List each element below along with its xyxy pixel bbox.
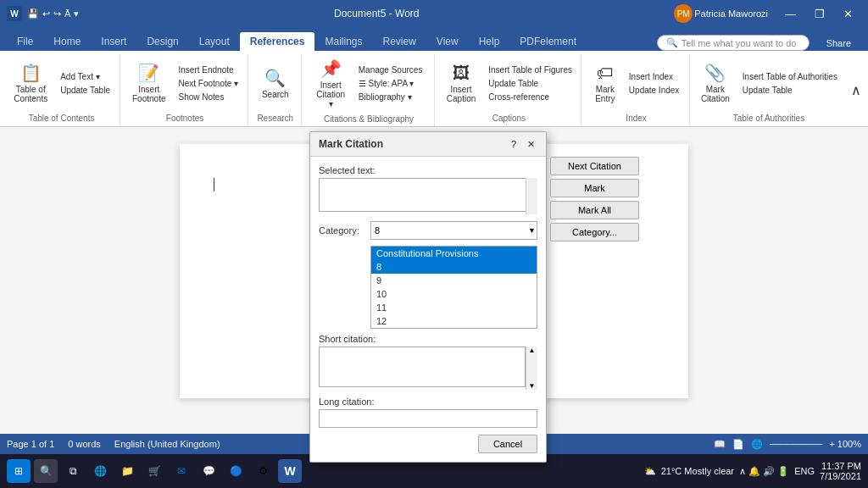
taskbar-left: ⊞ 🔍 ⧉ 🌐 📁 🛒 ✉ 💬 🔵 ⚙ W <box>7 459 302 483</box>
search-icon-ribbon: 🔍 <box>264 68 286 88</box>
dropdown-item-12[interactable]: 12 <box>371 314 537 328</box>
ribbon-close[interactable]: ∧ <box>848 54 865 126</box>
toc-button[interactable]: 📋 Table of Contents <box>8 58 53 108</box>
mail-btn[interactable]: ✉ <box>170 459 193 483</box>
index-items: 🏷 Mark Entry Insert Index Update Index <box>588 54 685 112</box>
tab-mailings[interactable]: Mailings <box>314 32 372 51</box>
mark-citation-dialog: Mark Citation ? ✕ Selected text: Categor… <box>309 131 547 463</box>
short-citation-row: Short citation: ▲ ▼ <box>319 334 537 390</box>
view-icon-web[interactable]: 🌐 <box>751 439 763 450</box>
dropdown-item-9[interactable]: 9 <box>371 274 537 287</box>
short-citation-input[interactable] <box>319 347 526 387</box>
tab-view[interactable]: View <box>426 32 469 51</box>
mark-citation-icon: 📎 <box>704 63 726 83</box>
restore-btn[interactable]: ❐ <box>806 4 833 24</box>
update-table-btn-toc[interactable]: Update Table <box>55 84 115 97</box>
short-citation-label: Short citation: <box>319 334 537 344</box>
dropdown-item-10[interactable]: 10 <box>371 287 537 301</box>
toc-icon: 📋 <box>20 63 42 83</box>
add-text-btn[interactable]: Add Text ▾ <box>55 70 115 83</box>
chrome-btn[interactable]: 🔵 <box>224 459 248 483</box>
authorities-group-name: Table of Authorities <box>733 112 805 123</box>
dropdown-item-8[interactable]: 8 <box>371 260 537 274</box>
next-footnote-btn[interactable]: Next Footnote ▾ <box>173 77 243 90</box>
short-cit-scroll-down[interactable]: ▼ <box>526 382 537 390</box>
dialog-help-btn[interactable]: ? <box>507 137 520 151</box>
ribbon-group-citations: 📌 Insert Citation ▾ Manage Sources ☰ Sty… <box>303 54 436 126</box>
tab-review[interactable]: Review <box>373 32 426 51</box>
search-btn[interactable]: 🔍 Search <box>256 64 295 103</box>
long-citation-input[interactable] <box>319 409 537 428</box>
mark-button[interactable]: Mark <box>550 179 639 197</box>
update-index-btn[interactable]: Update Index <box>624 84 685 97</box>
insert-citation-btn[interactable]: 📌 Insert Citation ▾ <box>310 54 352 113</box>
cross-reference-btn[interactable]: Cross-reference <box>483 91 577 103</box>
insert-footnote-btn[interactable]: 📝 Insert Footnote <box>126 58 171 108</box>
selected-text-input[interactable] <box>319 178 537 212</box>
research-group-name: Research <box>257 112 293 123</box>
toc-col: Add Text ▾ Update Table <box>55 70 115 97</box>
tab-pdfelement[interactable]: PDFelement <box>509 32 587 51</box>
update-table-captions-btn[interactable]: Update Table <box>483 77 577 90</box>
view-icon-read[interactable]: 📖 <box>714 439 726 450</box>
category-button[interactable]: Category... <box>550 223 639 241</box>
start-button[interactable]: ⊞ <box>7 459 31 483</box>
tab-file[interactable]: File <box>7 32 43 51</box>
dropdown-item-11[interactable]: 11 <box>371 301 537 314</box>
show-notes-btn[interactable]: Show Notes <box>173 91 243 103</box>
tell-me-bar[interactable]: 🔍 Tell me what you want to do <box>657 35 810 51</box>
settings-btn[interactable]: ⚙ <box>251 459 275 483</box>
insert-index-btn[interactable]: Insert Index <box>624 70 685 83</box>
mark-entry-btn[interactable]: 🏷 Mark Entry <box>588 59 622 108</box>
short-cit-scroll-up[interactable]: ▲ <box>526 347 537 354</box>
tab-insert[interactable]: Insert <box>91 32 136 51</box>
category-input[interactable] <box>370 221 537 240</box>
insert-table-figures-btn[interactable]: Insert Table of Figures <box>483 64 577 76</box>
bibliography-btn[interactable]: Bibliography ▾ <box>353 91 428 103</box>
tab-home[interactable]: Home <box>43 32 91 51</box>
autocorrect-btn[interactable]: Ā <box>64 8 70 19</box>
search-taskbar[interactable]: 🔍 <box>34 459 58 483</box>
edge-btn[interactable]: 🌐 <box>88 459 112 483</box>
tab-help[interactable]: Help <box>469 32 510 51</box>
insert-table-authorities-btn[interactable]: Insert Table of Authorities <box>737 70 843 83</box>
style-btn[interactable]: ☰ Style: APA ▾ <box>353 77 428 90</box>
share-button[interactable]: Share <box>816 36 861 51</box>
ribbon-group-authorities: 📎 Mark Citation Insert Table of Authorit… <box>692 54 846 126</box>
save-btn[interactable]: 💾 <box>27 8 39 19</box>
tab-layout[interactable]: Layout <box>189 32 240 51</box>
undo-btn[interactable]: ↩ <box>42 8 50 19</box>
customize-btn[interactable]: ▾ <box>74 8 79 19</box>
insert-endnote-btn[interactable]: Insert Endnote <box>173 64 243 76</box>
next-citation-button[interactable]: Next Citation <box>550 157 639 175</box>
view-icon-print[interactable]: 📄 <box>732 439 744 450</box>
mark-citation-btn[interactable]: 📎 Mark Citation <box>695 58 736 108</box>
word-taskbar-btn[interactable]: W <box>278 459 302 483</box>
captions-group-name: Captions <box>492 112 526 123</box>
status-left: Page 1 of 1 0 words English (United King… <box>7 439 220 449</box>
cancel-button[interactable]: Cancel <box>478 435 537 453</box>
dropdown-item-const-provisions[interactable]: Constitutional Provisions <box>371 247 537 260</box>
selected-text-label: Selected text: <box>319 165 537 175</box>
ribbon-group-research: 🔍 Search Research <box>250 54 302 126</box>
insert-caption-btn[interactable]: 🖼 Insert Caption <box>441 59 481 108</box>
dialog-close-btn[interactable]: ✕ <box>524 137 537 151</box>
manage-sources-btn[interactable]: Manage Sources <box>353 64 428 76</box>
store-btn[interactable]: 🛒 <box>142 459 166 483</box>
citations-group-name: Citations & Bibliography <box>324 113 414 124</box>
minimize-btn[interactable]: — <box>776 4 804 24</box>
file-explorer-btn[interactable]: 📁 <box>115 459 139 483</box>
tab-references[interactable]: References <box>240 32 315 51</box>
footnote-icon: 📝 <box>138 63 159 83</box>
close-btn[interactable]: ✕ <box>835 4 861 24</box>
redo-btn[interactable]: ↪ <box>53 8 61 19</box>
update-table-authorities-btn[interactable]: Update Table <box>737 84 843 97</box>
task-view-btn[interactable]: ⧉ <box>61 459 85 483</box>
tab-design[interactable]: Design <box>136 32 188 51</box>
zoom-slider[interactable]: ──────── <box>770 439 822 449</box>
category-dropdown-arrow[interactable]: ▼ <box>528 226 536 235</box>
mark-all-button[interactable]: Mark All <box>550 201 639 219</box>
ribbon-tabs: File Home Insert Design Layout Reference… <box>0 27 868 51</box>
category-row: Category: ▼ <box>319 221 537 240</box>
teams-btn[interactable]: 💬 <box>197 459 220 483</box>
